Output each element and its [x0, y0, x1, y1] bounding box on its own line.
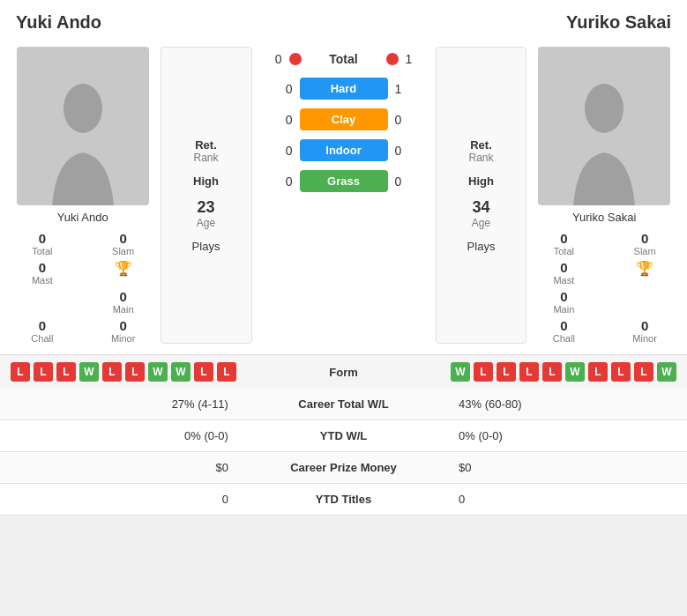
stats-table: 27% (4-11) Career Total W/L 43% (60-80) …	[0, 389, 687, 516]
svg-point-1	[585, 84, 624, 133]
p2-hard-score: 1	[395, 82, 422, 96]
player1-minor-label: Minor	[111, 333, 136, 344]
player2-chall-label: Chall	[553, 333, 575, 344]
form-label: Form	[309, 366, 379, 379]
court-row-hard: 0 Hard 1	[256, 73, 432, 104]
player1-rank-sub: Rank	[194, 152, 219, 164]
player1-avatar	[17, 47, 149, 205]
court-rows: 0 Hard 1 0 Clay 0 0 Indoor 0 0 Grass 0	[256, 73, 432, 197]
player1-form: LLLWLLWWLL	[11, 362, 302, 382]
main-container: Yuki Ando Yuriko Sakai Yuki Ando 0 Total…	[0, 0, 687, 516]
player2-total-val: 0	[560, 231, 567, 246]
player1-age-label: Age	[197, 217, 215, 229]
player1-total-block: 0 Total	[9, 231, 76, 256]
player1-mast-val: 0	[39, 260, 46, 275]
player1-rank-group: Ret. Rank	[194, 138, 219, 164]
player2-slam-val: 0	[641, 231, 648, 246]
total-row: 0 Total 1	[256, 47, 432, 73]
player2-label: Yuriko Sakai	[572, 211, 636, 224]
player1-chall-val: 0	[39, 318, 46, 333]
player2-minor-block: 0 Minor	[611, 318, 678, 344]
player1-mast-block: 0 Mast	[9, 260, 76, 286]
p2-form-0: W	[451, 362, 470, 382]
player2-age-label: Age	[472, 217, 490, 229]
p1-form-4: L	[102, 362, 122, 382]
player1-high: High	[193, 174, 219, 188]
player1-age-num: 23	[197, 198, 215, 217]
court-row-indoor: 0 Indoor 0	[256, 135, 432, 166]
player1-rank-box: Ret. Rank High 23 Age Plays	[161, 47, 252, 344]
p2-form-4: L	[542, 362, 562, 382]
p1-form-7: W	[171, 362, 190, 382]
p2-form-7: L	[611, 362, 631, 382]
player2-avatar	[538, 47, 670, 205]
p1-form-2: L	[56, 362, 76, 382]
player2-main-val-block: 0 Main	[530, 289, 597, 315]
player1-ret: Ret.	[194, 138, 219, 152]
player2-rank-group: Ret. Rank	[468, 138, 493, 164]
stats-p1-2: $0	[0, 452, 243, 484]
player1-chall-label: Chall	[31, 333, 53, 344]
player1-minor-block: 0 Minor	[90, 318, 157, 344]
p1-form-1: L	[34, 362, 53, 382]
player2-main-label: Main	[553, 304, 574, 315]
p2-total-score: 1	[406, 52, 432, 66]
court-row-clay: 0 Clay 0	[256, 104, 432, 135]
player2-chall-val: 0	[560, 318, 567, 333]
p1-form-5: L	[125, 362, 145, 382]
grass-badge: Grass	[300, 170, 388, 192]
court-row-grass: 0 Grass 0	[256, 166, 432, 197]
p1-form-3: W	[79, 362, 99, 382]
p2-form-5: W	[565, 362, 585, 382]
p2-indoor-score: 0	[395, 144, 422, 158]
player1-trophy-icon: 🏆	[115, 260, 132, 277]
player2-minor-label: Minor	[632, 333, 657, 344]
p1-form-6: W	[148, 362, 168, 382]
p2-form-1: L	[474, 362, 493, 382]
stats-row-3: 0 YTD Titles 0	[0, 484, 687, 516]
player1-slam-label: Slam	[112, 246, 134, 256]
player2-mast-val: 0	[560, 260, 567, 275]
stats-p2-3: 0	[444, 484, 687, 516]
player1-slam-val: 0	[119, 231, 126, 246]
player2-plays: Plays	[467, 240, 496, 253]
player2-slam-label: Slam	[634, 246, 656, 256]
stats-row-1: 0% (0-0) YTD W/L 0% (0-0)	[0, 420, 687, 452]
svg-point-0	[63, 84, 102, 133]
player2-form: WLLLLWLLLW	[386, 362, 677, 382]
player1-main-val: 0	[119, 289, 126, 304]
player1-slam-block: 0 Slam	[90, 231, 157, 256]
p1-form-8: L	[194, 362, 213, 382]
player1-total-label: Total	[32, 246, 52, 256]
p1-form-0: L	[11, 362, 30, 382]
player2-panel: Yuriko Sakai 0 Total 0 Slam 0 Mast 🏆	[530, 47, 678, 344]
player1-main-block	[9, 289, 76, 315]
player2-ret: Ret.	[468, 138, 493, 152]
p2-grass-score: 0	[395, 174, 422, 189]
p1-hard-score: 0	[266, 82, 293, 96]
p1-total-score: 0	[256, 52, 282, 66]
player2-total-label: Total	[554, 246, 574, 256]
indoor-badge: Indoor	[300, 139, 388, 161]
p2-form-3: L	[519, 362, 539, 382]
player1-stats: 0 Total 0 Slam 0 Mast 🏆 0	[9, 231, 157, 344]
stats-label-0: Career Total W/L	[243, 389, 444, 420]
player1-chall-block: 0 Chall	[9, 318, 76, 344]
stats-row-0: 27% (4-11) Career Total W/L 43% (60-80)	[0, 389, 687, 420]
player2-age-row: 34 Age	[472, 198, 490, 229]
p1-clay-score: 0	[266, 113, 293, 127]
player2-total-block: 0 Total	[530, 231, 597, 256]
stats-p2-0: 43% (60-80)	[444, 389, 687, 420]
player1-name: Yuki Ando	[16, 12, 101, 33]
player2-rank-sub: Rank	[468, 152, 493, 164]
p1-dot	[289, 53, 302, 65]
player1-silhouette	[43, 82, 123, 205]
player2-main-val: 0	[560, 289, 567, 304]
stats-p1-0: 27% (4-11)	[0, 389, 243, 420]
total-label: Total	[309, 52, 379, 66]
p2-form-2: L	[497, 362, 516, 382]
stats-label-3: YTD Titles	[243, 484, 444, 516]
player2-name: Yuriko Sakai	[566, 12, 671, 33]
player2-rank-box: Ret. Rank High 34 Age Plays	[436, 47, 527, 344]
p1-grass-score: 0	[266, 174, 293, 189]
